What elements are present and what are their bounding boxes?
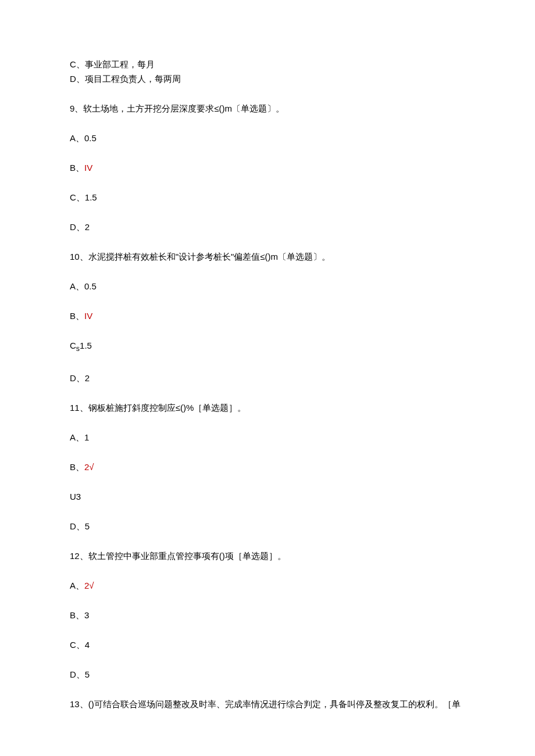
q9-stem: 9、软土场地，土方开挖分层深度要求≤()m〔单选题〕。 [70,102,465,114]
q11-option-d-text: D、5 [70,521,90,531]
q10-option-c: Cs1.5 [70,339,465,354]
q9-option-b: B、IV [70,162,465,174]
q12-option-a-prefix: A、 [70,581,84,590]
q10-option-b-highlight: IV [84,311,92,321]
q10-option-d-text: D、2 [70,373,90,383]
q9-stem-text: 9、软土场地，土方开挖分层深度要求≤()m〔单选题〕。 [70,103,284,113]
q12-option-a-highlight: 2√ [84,581,94,590]
q11-option-b-prefix: B、 [70,462,84,472]
q8-option-c: C、事业部工程，每月 [70,58,465,70]
q12-stem-text: 12、软土管控中事业部重点管控事项有()项［单选题］。 [70,551,286,561]
q8-option-d-text: D、项目工程负责人，每两周 [70,74,181,84]
q10-option-c-prefix: C [70,341,76,350]
q12-option-d: D、5 [70,668,465,680]
q8-option-c-text: C、事业部工程，每月 [70,59,155,69]
q10-stem: 10、水泥搅拌桩有效桩长和"设计参考桩长"偏差值≤()m〔单选题〕。 [70,250,465,263]
q11-option-c-text: U3 [70,492,81,501]
q9-option-d-text: D、2 [70,222,90,232]
q11-option-c: U3 [70,490,465,503]
q10-option-a-text: A、0.5 [70,281,97,291]
q11-option-a: A、1 [70,431,465,443]
q11-stem-text: 11、钢板桩施打斜度控制应≤()%［单选题］。 [70,403,246,413]
q12-option-b: B、3 [70,609,465,621]
q12-option-d-text: D、5 [70,669,90,679]
q12-option-a: A、2√ [70,579,465,592]
q9-option-d: D、2 [70,221,465,233]
q10-option-b: B、IV [70,310,465,322]
q12-option-b-text: B、3 [70,610,89,620]
q13-stem-text: 13、()可结合联合巡场问题整改及时率、完成率情况进行综合判定，具备叫停及整改复… [70,699,461,709]
q11-option-b: B、2√ [70,461,465,473]
q13-stem: 13、()可结合联合巡场问题整改及时率、完成率情况进行综合判定，具备叫停及整改复… [70,698,465,710]
q10-option-c-rest: 1.5 [80,341,92,350]
q9-option-b-highlight: IV [84,163,92,173]
q10-stem-text: 10、水泥搅拌桩有效桩长和"设计参考桩长"偏差值≤()m〔单选题〕。 [70,252,330,261]
q9-option-a: A、0.5 [70,132,465,144]
q11-stem: 11、钢板桩施打斜度控制应≤()%［单选题］。 [70,402,465,414]
q12-option-c-text: C、4 [70,640,90,650]
q9-option-a-text: A、0.5 [70,133,97,143]
q10-option-d: D、2 [70,372,465,384]
q9-option-c-text: C、1.5 [70,192,97,202]
q8-option-d: D、项目工程负责人，每两周 [70,73,465,85]
q10-option-b-prefix: B、 [70,311,84,321]
q9-option-b-prefix: B、 [70,163,84,173]
q9-option-c: C、1.5 [70,191,465,203]
q10-option-a: A、0.5 [70,280,465,292]
q12-stem: 12、软土管控中事业部重点管控事项有()项［单选题］。 [70,550,465,562]
q11-option-d: D、5 [70,520,465,532]
q12-option-c: C、4 [70,639,465,651]
q11-option-a-text: A、1 [70,432,89,442]
q11-option-b-highlight: 2√ [84,462,94,472]
